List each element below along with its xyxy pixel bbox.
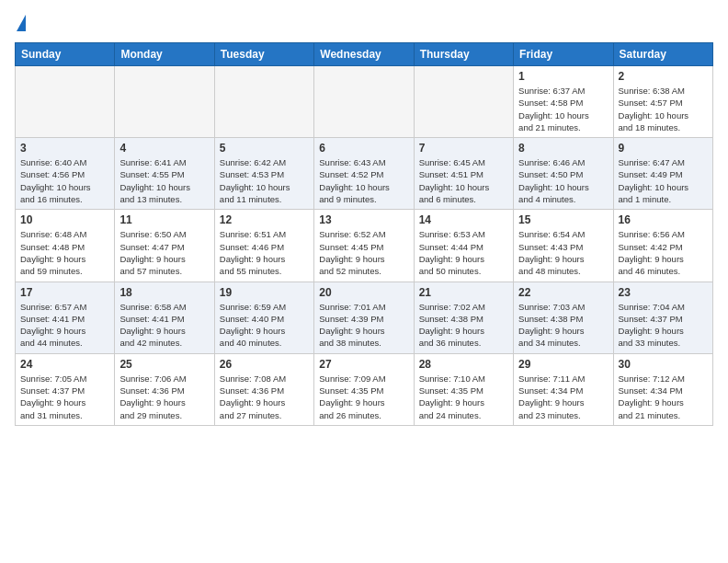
calendar-body: 1Sunrise: 6:37 AMSunset: 4:58 PMDaylight… [16,66,713,426]
day-info: Sunrise: 6:56 AMSunset: 4:42 PMDaylight:… [619,228,708,277]
day-number: 5 [220,142,309,155]
day-number: 4 [119,142,209,155]
day-info: Sunrise: 6:54 AMSunset: 4:43 PMDaylight:… [518,228,608,277]
calendar-cell: 28Sunrise: 7:10 AMSunset: 4:35 PMDayligh… [414,353,513,425]
day-number: 25 [119,358,209,371]
calendar-cell: 21Sunrise: 7:02 AMSunset: 4:38 PMDayligh… [414,282,513,353]
day-info: Sunrise: 6:40 AMSunset: 4:56 PMDaylight:… [20,156,109,205]
day-info: Sunrise: 6:52 AMSunset: 4:45 PMDaylight:… [319,228,408,277]
calendar-cell [214,66,313,138]
weekday-header-thursday: Thursday [414,43,513,66]
calendar-cell: 13Sunrise: 6:52 AMSunset: 4:45 PMDayligh… [314,210,414,282]
weekday-header-wednesday: Wednesday [314,43,414,66]
weekday-header-monday: Monday [115,43,214,66]
day-info: Sunrise: 6:45 AMSunset: 4:51 PMDaylight:… [419,156,508,205]
day-info: Sunrise: 6:50 AMSunset: 4:47 PMDaylight:… [119,228,209,277]
day-info: Sunrise: 6:43 AMSunset: 4:52 PMDaylight:… [319,156,408,205]
day-number: 22 [518,286,608,299]
day-number: 10 [20,213,109,226]
calendar-cell: 7Sunrise: 6:45 AMSunset: 4:51 PMDaylight… [414,138,513,210]
calendar-week-row: 17Sunrise: 6:57 AMSunset: 4:41 PMDayligh… [16,282,713,353]
day-info: Sunrise: 6:46 AMSunset: 4:50 PMDaylight:… [518,156,608,205]
weekday-header-tuesday: Tuesday [214,43,313,66]
calendar-cell: 19Sunrise: 6:59 AMSunset: 4:40 PMDayligh… [214,282,313,353]
day-number: 30 [619,358,708,371]
calendar-cell: 1Sunrise: 6:37 AMSunset: 4:58 PMDaylight… [514,66,613,138]
day-number: 16 [619,213,708,226]
calendar-cell: 18Sunrise: 6:58 AMSunset: 4:41 PMDayligh… [115,282,214,353]
calendar-cell: 12Sunrise: 6:51 AMSunset: 4:46 PMDayligh… [214,210,313,282]
calendar-week-row: 24Sunrise: 7:05 AMSunset: 4:37 PMDayligh… [16,353,713,425]
day-number: 9 [619,142,708,155]
day-info: Sunrise: 7:03 AMSunset: 4:38 PMDaylight:… [518,301,608,350]
day-info: Sunrise: 7:01 AMSunset: 4:39 PMDaylight:… [319,301,408,350]
day-number: 11 [119,213,209,226]
day-number: 8 [518,142,608,155]
calendar-cell: 2Sunrise: 6:38 AMSunset: 4:57 PMDaylight… [613,66,712,138]
calendar-cell: 5Sunrise: 6:42 AMSunset: 4:53 PMDaylight… [214,138,313,210]
day-number: 18 [119,286,209,299]
day-number: 15 [518,213,608,226]
day-info: Sunrise: 6:58 AMSunset: 4:41 PMDaylight:… [119,301,209,350]
day-number: 19 [220,286,309,299]
day-info: Sunrise: 6:51 AMSunset: 4:46 PMDaylight:… [220,228,309,277]
calendar-cell: 29Sunrise: 7:11 AMSunset: 4:34 PMDayligh… [514,353,613,425]
calendar-cell: 26Sunrise: 7:08 AMSunset: 4:36 PMDayligh… [214,353,313,425]
day-info: Sunrise: 6:37 AMSunset: 4:58 PMDaylight:… [518,85,608,133]
logo [15,15,26,31]
day-info: Sunrise: 7:06 AMSunset: 4:36 PMDaylight:… [119,373,209,421]
day-info: Sunrise: 7:02 AMSunset: 4:38 PMDaylight:… [419,301,508,350]
calendar-cell: 17Sunrise: 6:57 AMSunset: 4:41 PMDayligh… [16,282,115,353]
calendar-cell: 25Sunrise: 7:06 AMSunset: 4:36 PMDayligh… [115,353,214,425]
logo-triangle-icon [17,15,26,31]
day-number: 3 [20,142,109,155]
calendar-cell: 30Sunrise: 7:12 AMSunset: 4:34 PMDayligh… [613,353,712,425]
calendar-cell: 8Sunrise: 6:46 AMSunset: 4:50 PMDaylight… [514,138,613,210]
day-info: Sunrise: 6:38 AMSunset: 4:57 PMDaylight:… [619,85,708,133]
calendar-cell: 22Sunrise: 7:03 AMSunset: 4:38 PMDayligh… [514,282,613,353]
day-info: Sunrise: 7:08 AMSunset: 4:36 PMDaylight:… [220,373,309,421]
calendar-cell: 11Sunrise: 6:50 AMSunset: 4:47 PMDayligh… [115,210,214,282]
weekday-header-sunday: Sunday [16,43,115,66]
day-number: 14 [419,213,508,226]
day-info: Sunrise: 7:11 AMSunset: 4:34 PMDaylight:… [518,373,608,421]
calendar-header: SundayMondayTuesdayWednesdayThursdayFrid… [16,43,713,66]
day-number: 26 [220,358,309,371]
day-info: Sunrise: 7:09 AMSunset: 4:35 PMDaylight:… [319,373,408,421]
calendar-cell [314,66,414,138]
day-info: Sunrise: 6:41 AMSunset: 4:55 PMDaylight:… [119,156,209,205]
day-number: 17 [20,286,109,299]
day-number: 29 [518,358,608,371]
day-number: 21 [419,286,508,299]
day-number: 2 [619,70,708,83]
day-number: 20 [319,286,408,299]
calendar-cell: 20Sunrise: 7:01 AMSunset: 4:39 PMDayligh… [314,282,414,353]
calendar-table: SundayMondayTuesdayWednesdayThursdayFrid… [15,42,713,426]
day-number: 24 [20,358,109,371]
calendar-cell: 3Sunrise: 6:40 AMSunset: 4:56 PMDaylight… [16,138,115,210]
day-number: 23 [619,286,708,299]
calendar-cell: 27Sunrise: 7:09 AMSunset: 4:35 PMDayligh… [314,353,414,425]
calendar-week-row: 1Sunrise: 6:37 AMSunset: 4:58 PMDaylight… [16,66,713,138]
calendar-cell: 6Sunrise: 6:43 AMSunset: 4:52 PMDaylight… [314,138,414,210]
day-number: 6 [319,142,408,155]
calendar-cell: 15Sunrise: 6:54 AMSunset: 4:43 PMDayligh… [514,210,613,282]
day-info: Sunrise: 6:42 AMSunset: 4:53 PMDaylight:… [220,156,309,205]
calendar-week-row: 3Sunrise: 6:40 AMSunset: 4:56 PMDaylight… [16,138,713,210]
day-number: 12 [220,213,309,226]
day-info: Sunrise: 7:10 AMSunset: 4:35 PMDaylight:… [419,373,508,421]
day-info: Sunrise: 6:59 AMSunset: 4:40 PMDaylight:… [220,301,309,350]
calendar-cell: 10Sunrise: 6:48 AMSunset: 4:48 PMDayligh… [16,210,115,282]
calendar-cell: 14Sunrise: 6:53 AMSunset: 4:44 PMDayligh… [414,210,513,282]
calendar-cell: 16Sunrise: 6:56 AMSunset: 4:42 PMDayligh… [613,210,712,282]
calendar-cell: 4Sunrise: 6:41 AMSunset: 4:55 PMDaylight… [115,138,214,210]
weekday-header-row: SundayMondayTuesdayWednesdayThursdayFrid… [16,43,713,66]
day-number: 1 [518,70,608,83]
day-number: 28 [419,358,508,371]
calendar-cell: 24Sunrise: 7:05 AMSunset: 4:37 PMDayligh… [16,353,115,425]
day-info: Sunrise: 7:12 AMSunset: 4:34 PMDaylight:… [619,373,708,421]
page-header [15,15,713,31]
day-number: 27 [319,358,408,371]
calendar-cell: 9Sunrise: 6:47 AMSunset: 4:49 PMDaylight… [613,138,712,210]
day-info: Sunrise: 6:48 AMSunset: 4:48 PMDaylight:… [20,228,109,277]
